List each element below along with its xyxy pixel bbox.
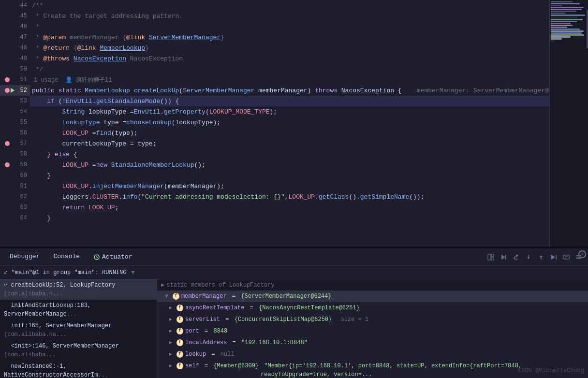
gutter-55: 55 [0, 117, 30, 128]
thread-check-icon: ✓ [4, 269, 8, 276]
var-type-icon-self: f [176, 363, 183, 369]
gutter-48: 48 [0, 43, 30, 53]
var-type-icon-lookup: f [176, 351, 183, 358]
editor-area: 44 45 46 47 48 49 50 51 52 53 54 55 56 5… [0, 0, 588, 247]
call-stack-panel: ↩ createLookUp:52, LookupFactory (com.al… [0, 279, 157, 378]
var-expand-lookup[interactable]: ▶ [169, 350, 175, 359]
gutter-50: 50 [0, 64, 30, 74]
watermark: CSDN @MichelleChung [518, 367, 584, 374]
gutter-51[interactable]: 51 [0, 74, 30, 85]
code-line-56[interactable]: currentLookupType = type; [30, 138, 549, 149]
gutter-64: 64 [0, 213, 30, 223]
actuator-icon [93, 254, 100, 261]
svg-rect-5 [505, 255, 506, 260]
var-expand-self[interactable]: ▶ [169, 362, 175, 370]
var-type-icon-serverList: f [176, 316, 183, 323]
the-word: the [70, 13, 81, 20]
code-line-60[interactable]: LOOK_UP.injectMemberManager(memberManage… [30, 181, 549, 191]
line-gutter: 44 45 46 47 48 49 50 51 52 53 54 55 56 5… [0, 0, 30, 247]
step-out-btn[interactable] [536, 252, 546, 262]
var-item-asyncRestTemplate[interactable]: ▶ f asyncRestTemplate = {NacosAsyncRestT… [157, 302, 588, 314]
code-line-55[interactable]: LOOK_UP = find(type); [30, 128, 549, 138]
restore-layout-btn[interactable] [485, 252, 496, 262]
var-item-lookup[interactable]: ▶ f lookup = null [157, 349, 588, 360]
gutter-60: 60 [0, 170, 30, 181]
code-line-57[interactable]: } else { [30, 149, 549, 160]
var-item-port[interactable]: ▶ f port = 8848 [157, 325, 588, 337]
code-line-53[interactable]: String lookupType = EnvUtil.getProperty(… [30, 106, 549, 117]
type-keyword: type [103, 119, 118, 126]
gutter-44: 44 [0, 0, 30, 11]
gutter-49: 49 [0, 53, 30, 64]
minimap[interactable] [549, 0, 588, 247]
gutter-52[interactable]: 52 [0, 85, 30, 96]
run-to-cursor-btn[interactable] [548, 252, 559, 262]
thread-selector-row: ✓ "main"@1 in group "main": RUNNING ▼ [0, 266, 588, 279]
call-stack-item-0[interactable]: ↩ createLookUp:52, LookupFactory (com.al… [0, 279, 157, 300]
call-stack-item-4[interactable]: newInstance0:-1, NativeConstructorAccess… [0, 361, 157, 378]
tab-actuator[interactable]: Actuator [88, 250, 138, 263]
code-line-62[interactable]: return LOOK_UP; [30, 202, 549, 213]
var-type-icon-port: f [176, 328, 183, 334]
tab-debugger[interactable]: Debugger [4, 250, 45, 264]
code-line-48[interactable]: * @return {@link MemberLookup} [30, 43, 549, 53]
section-expand-icon[interactable]: ▶ [161, 281, 164, 289]
code-line-45[interactable]: * Create the target addressing pattern. [30, 11, 549, 21]
code-line-46[interactable]: * [30, 21, 549, 32]
selection-word: selection [232, 193, 266, 201]
code-line-52[interactable]: if (!EnvUtil.getStandaloneMode()) { [30, 96, 549, 106]
svg-rect-1 [488, 254, 490, 260]
gutter-57[interactable]: 57 [0, 138, 30, 149]
svg-marker-4 [501, 255, 505, 260]
call-stack-item-1[interactable]: initAndStartLookup:183, ServerMemberMana… [0, 300, 157, 320]
code-line-61[interactable]: Loggers.CLUSTER.info("Current addressing… [30, 191, 549, 202]
code-line-59[interactable]: } [30, 170, 549, 181]
thread-name: "main"@1 in group "main": RUNNING [12, 269, 127, 276]
gutter-61: 61 [0, 181, 30, 191]
call-stack-item-2[interactable]: init:165, ServerMemberManager (com.aliba… [0, 320, 157, 340]
svg-marker-9 [527, 257, 530, 259]
var-expand-asyncRestTemplate[interactable]: ▶ [169, 304, 175, 312]
svg-marker-6 [516, 254, 518, 257]
var-expand-port[interactable]: ▶ [169, 327, 175, 335]
var-expand-serverList[interactable]: ▶ [169, 315, 175, 324]
var-type-icon-memberManager: f [173, 293, 179, 300]
variables-panel: ▶ static members of LookupFactory ▼ f me… [157, 279, 588, 378]
code-lines: /** * Create the target addressing patte… [30, 0, 549, 247]
code-line-51[interactable]: public static MemberLookup createLookUp(… [30, 85, 549, 96]
code-line-49[interactable]: * @throws NacosException NacosException [30, 53, 549, 64]
step-into-btn[interactable] [523, 252, 534, 262]
var-type-icon-async: f [176, 305, 183, 311]
tab-console[interactable]: Console [47, 250, 86, 264]
var-expand-memberManager[interactable]: ▼ [165, 292, 171, 301]
var-expand-localAddress[interactable]: ▶ [169, 338, 175, 347]
usage-hint: 1 usage 👤 疯狂的狮子li [30, 74, 549, 85]
svg-rect-3 [491, 258, 494, 260]
resume-btn[interactable] [498, 252, 509, 262]
var-item-localAddress[interactable]: ▶ f localAddress = "192.168.10.1:8848" [157, 337, 588, 349]
debug-toolbar: Debugger Console Actuator [0, 248, 588, 266]
gutter-54: 54 [0, 106, 30, 117]
var-item-serverList[interactable]: ▶ f serverList = {ConcurrentSkipListMap@… [157, 314, 588, 325]
code-line-54[interactable]: LookupType type = chooseLookup(lookupTyp… [30, 117, 549, 128]
evaluate-btn[interactable] [561, 252, 572, 262]
code-line-47[interactable]: * @param memberManager {@link ServerMemb… [30, 32, 549, 43]
debug-content: ↩ createLookUp:52, LookupFactory (com.al… [0, 279, 588, 378]
step-over-btn[interactable] [511, 252, 521, 262]
call-stack-item-3[interactable]: <init>:146, ServerMemberManager (com.ali… [0, 340, 157, 361]
gutter-53: 53 [0, 96, 30, 106]
gutter-58: 58 [0, 149, 30, 160]
section-label: static members of LookupFactory [166, 282, 274, 289]
code-line-63[interactable]: } [30, 213, 549, 223]
var-section-header: ▶ static members of LookupFactory [157, 279, 588, 291]
gutter-59[interactable]: 59 [0, 160, 30, 170]
var-item-memberManager[interactable]: ▼ f memberManager = {ServerMemberManager… [157, 291, 588, 302]
code-line-58[interactable]: LOOK_UP = new StandaloneMemberLookup(); [30, 160, 549, 170]
code-line-50[interactable]: */ [30, 64, 549, 74]
expand-panel-btn[interactable]: + [578, 250, 586, 258]
thread-dropdown-icon[interactable]: ▼ [131, 270, 134, 276]
code-line-44[interactable]: /** [30, 0, 549, 11]
svg-rect-2 [491, 254, 494, 257]
var-type-icon-localAddress: f [176, 339, 183, 346]
gutter-63: 63 [0, 202, 30, 213]
